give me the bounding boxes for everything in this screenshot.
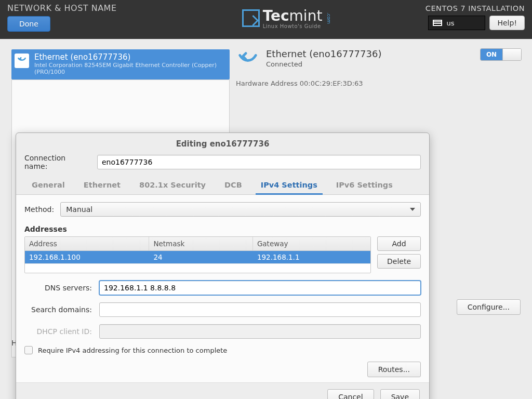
keyboard-selector[interactable]: us bbox=[428, 16, 485, 30]
keyboard-icon bbox=[433, 20, 442, 26]
tab-8021x[interactable]: 802.1x Security bbox=[130, 177, 215, 194]
tab-ipv6[interactable]: IPv6 Settings bbox=[327, 177, 402, 194]
cell-address: 192.168.1.100 bbox=[25, 251, 149, 263]
page-title: NETWORK & HOST NAME bbox=[7, 3, 163, 13]
interface-list-item[interactable]: Ethernet (eno16777736) Intel Corporation… bbox=[11, 49, 230, 79]
search-domains-label: Search domains: bbox=[24, 305, 92, 314]
connection-toggle[interactable]: ON bbox=[480, 48, 522, 61]
address-row[interactable]: 192.168.1.100 24 192.168.1.1 bbox=[25, 251, 370, 263]
tab-general[interactable]: General bbox=[22, 177, 74, 194]
dhcp-client-id-input bbox=[99, 324, 421, 339]
install-title: CENTOS 7 INSTALLATION bbox=[410, 4, 525, 12]
col-address[interactable]: Address bbox=[25, 237, 149, 250]
interface-name: Ethernet (eno16777736) bbox=[34, 52, 224, 62]
delete-button[interactable]: Delete bbox=[377, 254, 421, 269]
cell-gateway: 192.168.1.1 bbox=[253, 251, 370, 263]
routes-button[interactable]: Routes... bbox=[367, 362, 421, 377]
cancel-button[interactable]: Cancel bbox=[327, 389, 374, 399]
interface-title: Ethernet (eno16777736) bbox=[266, 48, 381, 59]
search-domains-input[interactable] bbox=[99, 302, 421, 317]
configure-button[interactable]: Configure... bbox=[457, 299, 521, 315]
interface-description: Intel Corporation 82545EM Gigabit Ethern… bbox=[34, 62, 224, 75]
method-select[interactable]: Manual bbox=[60, 202, 421, 217]
cell-netmask: 24 bbox=[149, 251, 253, 263]
done-button[interactable]: Done bbox=[7, 16, 50, 32]
top-bar: NETWORK & HOST NAME Done Tecmint Linux H… bbox=[0, 0, 532, 39]
dns-servers-input[interactable] bbox=[99, 281, 421, 295]
tab-ipv4[interactable]: IPv4 Settings bbox=[251, 177, 327, 194]
dialog-tabs: General Ethernet 802.1x Security DCB IPv… bbox=[16, 177, 429, 195]
main-area: Ethernet (eno16777736) Intel Corporation… bbox=[0, 39, 532, 358]
col-gateway[interactable]: Gateway bbox=[253, 237, 370, 250]
col-netmask[interactable]: Netmask bbox=[149, 237, 253, 250]
addresses-heading: Addresses bbox=[24, 225, 421, 233]
chevron-down-icon bbox=[410, 208, 415, 211]
logo: Tecmint Linux Howto's Guide .com bbox=[242, 7, 332, 29]
logo-icon bbox=[242, 9, 260, 27]
addresses-table[interactable]: Address Netmask Gateway 192.168.1.100 24… bbox=[24, 236, 371, 273]
dns-servers-label: DNS servers: bbox=[24, 284, 92, 292]
save-button[interactable]: Save bbox=[380, 389, 420, 399]
address-empty-row[interactable] bbox=[25, 263, 370, 273]
dhcp-client-id-label: DHCP client ID: bbox=[24, 327, 92, 336]
require-ipv4-checkbox[interactable] bbox=[24, 346, 33, 354]
require-ipv4-label: Require IPv4 addressing for this connect… bbox=[38, 347, 227, 354]
add-button[interactable]: Add bbox=[377, 236, 421, 251]
edit-connection-dialog: Editing eno16777736 Connection name: Gen… bbox=[16, 132, 430, 399]
ethernet-icon bbox=[15, 54, 29, 68]
connection-name-label: Connection name: bbox=[24, 154, 91, 170]
tab-ethernet[interactable]: Ethernet bbox=[74, 177, 130, 194]
help-button[interactable]: Help! bbox=[489, 16, 525, 30]
hardware-address: Hardware Address 00:0C:29:EF:3D:63 bbox=[236, 79, 522, 87]
connection-name-input[interactable] bbox=[97, 155, 421, 169]
tab-dcb[interactable]: DCB bbox=[215, 177, 251, 194]
ethernet-large-icon bbox=[236, 48, 260, 72]
connection-status: Connected bbox=[266, 60, 381, 68]
method-label: Method: bbox=[24, 205, 54, 214]
dialog-title: Editing eno16777736 bbox=[16, 133, 429, 154]
